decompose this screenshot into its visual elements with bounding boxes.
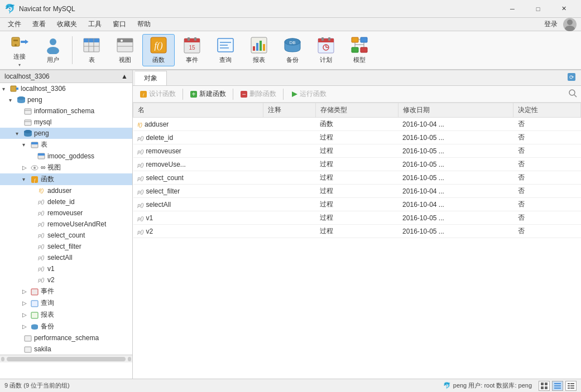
horizontal-scrollbar[interactable] [0, 355, 132, 362]
tree-item-mysql[interactable]: mysql [0, 117, 132, 128]
leaf-spacer [29, 277, 37, 283]
model-icon [350, 36, 368, 54]
cell-type: 过程 [315, 144, 398, 158]
event-label: 事件 [186, 56, 198, 64]
svg-rect-96 [568, 385, 570, 386]
table-button[interactable]: 表 [75, 34, 108, 66]
sidebar-collapse-icon[interactable]: ▲ [121, 72, 128, 80]
cell-type: 过程 [315, 171, 398, 185]
backup-button[interactable]: DB 备份 [276, 34, 309, 66]
query-button[interactable]: 查询 [209, 34, 242, 66]
view-button[interactable]: 视图 [109, 34, 141, 66]
svg-rect-30 [253, 46, 255, 51]
tree-label-peng-open: peng [34, 129, 49, 137]
menu-tools[interactable]: 工具 [83, 18, 107, 30]
tree-item-delete-id[interactable]: p() delete_id [0, 196, 132, 207]
tree-item-v1[interactable]: p() v1 [0, 263, 132, 274]
function-button[interactable]: f() 函数 [142, 34, 175, 66]
delete-function-button[interactable]: − 删除函数 [237, 88, 280, 100]
tree-item-v2[interactable]: p() v2 [0, 274, 132, 285]
new-function-button[interactable]: + 新建函数 [186, 88, 229, 100]
cell-modified: 2016-10-05 ... [398, 158, 513, 171]
sep [233, 89, 233, 100]
svg-rect-53 [16, 88, 18, 90]
minimize-button[interactable]: ─ [500, 0, 525, 18]
menu-view[interactable]: 查看 [27, 18, 51, 30]
tree-item-tables[interactable]: ▾ 表 [0, 139, 132, 151]
tree-item-localhost[interactable]: ▾ localhost_3306 [0, 83, 132, 94]
cell-deterministic: 否 [513, 144, 581, 158]
expand-arrow: ▷ [22, 300, 30, 306]
model-button[interactable]: 模型 [343, 34, 376, 66]
report-button[interactable]: 报表 [243, 34, 275, 66]
tree-item-removeuser[interactable]: p() removeuser [0, 207, 132, 219]
table-row[interactable]: p()v1过程2016-10-05 ...否 [133, 211, 581, 225]
tree-item-adduser[interactable]: f() adduser [0, 185, 132, 196]
event-button[interactable]: 15 事件 [176, 34, 208, 66]
table-row[interactable]: f()adduser函数2016-10-04 ...否 [133, 118, 581, 131]
detail-view-button[interactable] [565, 381, 577, 391]
svg-rect-95 [570, 383, 574, 384]
table-row[interactable]: p()select_count过程2016-10-05 ...否 [133, 171, 581, 185]
menu-window[interactable]: 窗口 [107, 18, 132, 30]
col-name: 名 [133, 103, 263, 118]
cell-type: 过程 [315, 211, 398, 225]
tree-item-peng-db[interactable]: ▾ peng [0, 94, 132, 105]
view-icon [116, 36, 134, 54]
tree-item-queries[interactable]: ▷ 查询 [0, 297, 132, 309]
cell-type: 过程 [315, 198, 398, 211]
tree-item-functions[interactable]: ▾ f 函数 [0, 173, 132, 185]
connect-button[interactable]: 连接 ▾ [3, 34, 36, 66]
tree-label-views: ∞ 视图 [41, 163, 61, 172]
close-button[interactable]: ✕ [551, 0, 577, 18]
menu-favorites[interactable]: 收藏夹 [51, 18, 83, 30]
tree-item-events[interactable]: ▷ 事件 [0, 285, 132, 297]
refresh-icon[interactable]: ⟳ [566, 72, 577, 84]
menu-file[interactable]: 文件 [2, 18, 27, 30]
user-label: 用户 [47, 56, 59, 64]
tree-item-removeuserandret[interactable]: p() removeUserAndRet [0, 219, 132, 230]
tree-item-select-filter[interactable]: p() select_filter [0, 241, 132, 252]
maximize-button[interactable]: □ [525, 0, 551, 18]
proc-icon: p() [37, 231, 46, 240]
svg-point-7 [50, 38, 56, 45]
tree-item-imooc-goddess[interactable]: imooc_goddess [0, 151, 132, 162]
table-row[interactable]: p()select_filter过程2016-10-04 ...否 [133, 185, 581, 198]
sep [183, 89, 183, 100]
user-button[interactable]: 用户 [37, 34, 69, 66]
table-row[interactable]: p()removeUse...过程2016-10-05 ...否 [133, 158, 581, 171]
cell-type: 过程 [315, 158, 398, 171]
svg-rect-38 [318, 38, 334, 42]
cell-modified: 2016-10-05 ... [398, 225, 513, 238]
tree-item-performance-schema[interactable]: performance_schema [0, 332, 132, 343]
expand-arrow: ▾ [22, 176, 30, 182]
tree-item-reports[interactable]: ▷ 报表 [0, 309, 132, 321]
plan-button[interactable]: 计划 [310, 34, 342, 66]
table-row[interactable]: p()selectAll过程2016-10-04 ...否 [133, 198, 581, 211]
svg-rect-97 [570, 385, 574, 386]
tree-item-backup[interactable]: ▷ 备份 [0, 321, 132, 332]
tree-item-sakila[interactable]: sakila [0, 343, 132, 355]
event-icon: 15 [183, 36, 201, 54]
app-icon: 🐬 [4, 3, 16, 14]
table-row[interactable]: p()delete_id过程2016-10-05 ...否 [133, 131, 581, 144]
table-row[interactable]: p()v2过程2016-10-05 ...否 [133, 225, 581, 238]
run-function-button[interactable]: 运行函数 [287, 88, 330, 100]
search-icon[interactable] [568, 88, 578, 100]
tree-item-selectall[interactable]: p() selectAll [0, 252, 132, 263]
table-row[interactable]: p()removeuser过程2016-10-05 ...否 [133, 144, 581, 158]
tree-item-views[interactable]: ▷ ∞ 视图 [0, 162, 132, 173]
tab-objects-label: 对象 [144, 74, 157, 82]
menu-help[interactable]: 帮助 [132, 18, 156, 30]
login-button[interactable]: 登录 [539, 18, 563, 30]
tree-item-information-schema[interactable]: information_schema [0, 105, 132, 117]
svg-point-61 [24, 130, 32, 133]
tree-item-select-count[interactable]: p() select_count [0, 230, 132, 241]
list-view-button[interactable] [552, 381, 563, 391]
tree-item-peng[interactable]: ▾ peng [0, 128, 132, 139]
grid-view-button[interactable] [539, 381, 550, 391]
sep [283, 89, 284, 100]
design-function-button[interactable]: f 设计函数 [136, 88, 179, 100]
svg-rect-39 [321, 37, 324, 41]
tab-objects[interactable]: 对象 [135, 71, 167, 85]
